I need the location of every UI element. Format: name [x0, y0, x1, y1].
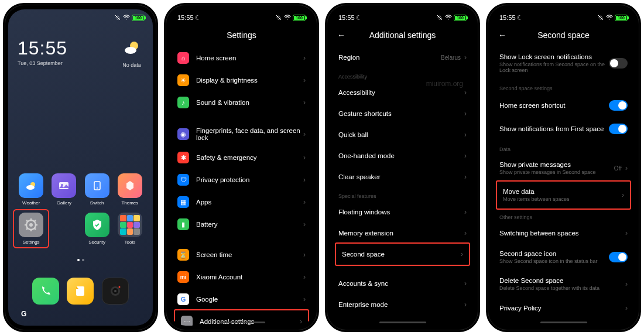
status-time: 15:55	[338, 14, 355, 21]
status-bar: 15:55☾ 100	[330, 9, 475, 23]
item-privacy-policy[interactable]: Privacy Policy›	[494, 298, 633, 319]
item-additional-settings[interactable]: ⋯Additional settings›	[175, 310, 308, 326]
item-display[interactable]: ☀Display & brightness›	[172, 69, 311, 91]
item-safety[interactable]: ✱Safety & emergency›	[172, 146, 311, 169]
chevron-right-icon: ›	[303, 251, 306, 259]
item-second-space[interactable]: Second space›	[336, 244, 469, 265]
item-home-screen[interactable]: ⌂Home screen›	[172, 47, 311, 69]
home-date: Tue, 03 September	[18, 60, 67, 66]
home-time: 15:55	[18, 37, 67, 59]
page-title: ← Additional settings	[330, 23, 475, 47]
sync-off-icon	[436, 14, 443, 21]
svg-line-14	[26, 220, 28, 221]
svg-point-9	[29, 223, 33, 227]
item-apps[interactable]: ▦Apps›	[172, 191, 311, 213]
item-lock-notif[interactable]: Show Lock screen notificationsShow notif…	[494, 47, 633, 80]
item-screen-time[interactable]: ⏳Screen time›	[172, 244, 311, 266]
toggle-lock-notif[interactable]	[609, 58, 628, 69]
item-enterprise[interactable]: Enterprise mode›	[333, 294, 472, 315]
chevron-right-icon: ›	[464, 173, 467, 181]
item-quickball[interactable]: Quick ball›	[333, 124, 472, 145]
chevron-right-icon: ›	[464, 208, 467, 216]
item-fingerprint[interactable]: ◉Fingerprints, face data, and screen loc…	[172, 122, 311, 146]
additional-list[interactable]: RegionBelarus› Accessibility Accessibili…	[330, 47, 475, 315]
hourglass-icon: ⏳	[177, 249, 189, 261]
nav-indicator	[218, 322, 265, 323]
sync-off-icon	[597, 14, 604, 21]
chevron-right-icon: ›	[303, 198, 306, 206]
back-arrow-icon[interactable]: ←	[337, 30, 345, 40]
app-tools-folder[interactable]: Tools	[115, 213, 145, 245]
mi-icon: mi	[177, 271, 189, 283]
sound-icon: ♪	[177, 97, 189, 108]
item-sound[interactable]: ♪Sound & vibration›	[172, 91, 311, 114]
nav-indicator	[379, 322, 426, 323]
item-icon[interactable]: Second space iconShow Second space icon …	[494, 244, 633, 271]
item-battery[interactable]: ▮Battery›	[172, 213, 311, 235]
dock-phone[interactable]	[32, 278, 59, 305]
section-data: Data	[494, 141, 633, 155]
item-private-msg[interactable]: Show private messagesShow private messag…	[494, 155, 633, 182]
chevron-right-icon: ›	[303, 153, 306, 162]
status-time: 15:55	[177, 14, 194, 21]
additional-screen: 15:55☾ 100 ← Additional settings miuirom…	[330, 9, 475, 326]
shield-icon	[91, 218, 104, 231]
apps-icon: ▦	[177, 196, 189, 208]
item-memory[interactable]: Memory extension›	[333, 223, 472, 244]
item-first-notif[interactable]: Show notifications from First space	[494, 117, 633, 141]
chevron-right-icon: ›	[464, 110, 467, 118]
app-security[interactable]: Security	[83, 213, 112, 245]
chevron-right-icon: ›	[625, 280, 628, 288]
dock-camera[interactable]	[102, 278, 129, 305]
svg-point-1	[125, 47, 136, 54]
item-switching[interactable]: Switching between spaces›	[494, 223, 633, 244]
clock-widget[interactable]: 15:55 Tue, 03 September	[18, 37, 67, 66]
toggle-hs-shortcut[interactable]	[609, 100, 628, 111]
google-search[interactable]: G	[16, 308, 145, 320]
item-xiaomi-account[interactable]: miXiaomi Account›	[172, 266, 311, 288]
status-time: 15:55	[499, 14, 516, 21]
chevron-right-icon: ›	[303, 176, 306, 184]
status-bar: 15:55☾ 100	[169, 9, 314, 23]
app-switch[interactable]: Switch	[83, 173, 112, 206]
chevron-right-icon: ›	[303, 98, 306, 107]
back-arrow-icon[interactable]: ←	[498, 30, 506, 40]
item-privacy-protection[interactable]: 🛡Privacy protection›	[172, 169, 311, 191]
settings-list[interactable]: ⌂Home screen› ☀Display & brightness› ♪So…	[169, 47, 314, 326]
dock	[16, 278, 145, 305]
second-space-list[interactable]: Show Lock screen notificationsShow notif…	[491, 47, 636, 319]
app-weather[interactable]: Weather	[16, 173, 46, 206]
app-settings[interactable]: Settings	[13, 209, 49, 248]
svg-line-17	[35, 220, 36, 221]
moon-icon: ☾	[517, 14, 523, 22]
toggle-icon[interactable]	[609, 252, 628, 262]
safety-icon: ✱	[177, 152, 189, 163]
item-hs-shortcut[interactable]: Home screen shortcut	[494, 94, 633, 117]
battery-icon: 100	[615, 15, 628, 21]
app-grid: Weather Gallery Switch Themes Settings S…	[16, 173, 145, 245]
item-region[interactable]: RegionBelarus›	[333, 47, 472, 68]
phone-2-settings: 15:55☾ 100 Settings ⌂Home screen› ☀Displ…	[164, 3, 319, 332]
status-bar: 15:55☾ 100	[491, 9, 636, 23]
dock-notes[interactable]	[67, 278, 94, 305]
phone-4-second-space: 15:55☾ 100 ← Second space Show Lock scre…	[486, 3, 641, 332]
item-onehand[interactable]: One-handed mode›	[333, 145, 472, 166]
chevron-right-icon: ›	[625, 229, 628, 237]
item-floating[interactable]: Floating windows›	[333, 201, 472, 223]
nav-indicator	[540, 322, 587, 323]
app-gallery[interactable]: Gallery	[49, 173, 78, 206]
toggle-first-notif[interactable]	[609, 124, 628, 134]
weather-widget[interactable]: No data	[122, 39, 141, 68]
app-themes[interactable]: Themes	[115, 173, 145, 206]
battery-icon: 100	[293, 15, 306, 21]
item-accounts[interactable]: Accounts & sync›	[333, 273, 472, 294]
item-google[interactable]: GGoogle›	[172, 288, 311, 310]
google-g-icon: G	[21, 310, 29, 318]
item-accessibility[interactable]: Accessibility›	[333, 82, 472, 103]
chevron-right-icon: ›	[303, 76, 306, 84]
item-gesture[interactable]: Gesture shortcuts›	[333, 103, 472, 124]
item-delete[interactable]: Delete Second spaceDelete Second space t…	[494, 271, 633, 298]
item-move-data[interactable]: Move dataMove items between spaces›	[497, 182, 630, 208]
item-clear-speaker[interactable]: Clear speaker›	[333, 166, 472, 187]
brightness-icon: ☀	[177, 74, 189, 86]
